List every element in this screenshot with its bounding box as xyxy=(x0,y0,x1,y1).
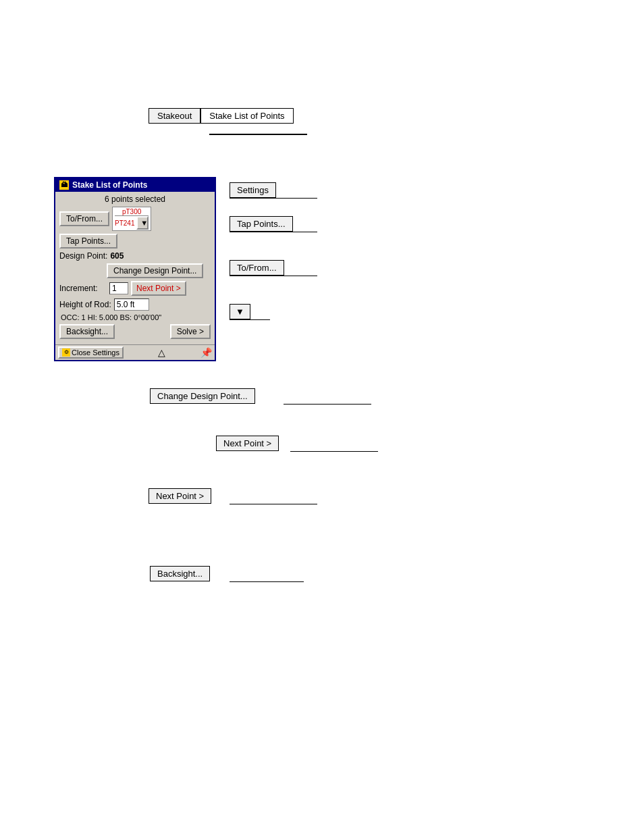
pt-bottom: PT241 ▼ xyxy=(115,215,149,230)
pin-icon: 📌 xyxy=(200,347,212,358)
tap-points-button[interactable]: Tap Points... xyxy=(59,234,117,249)
backsight-annotation-button[interactable]: Backsight... xyxy=(150,566,210,581)
tap-points-underline xyxy=(230,232,317,232)
close-settings-button[interactable]: ⚙ Close Settings xyxy=(58,346,124,359)
settings-underline xyxy=(230,198,317,199)
increment-label: Increment: xyxy=(59,284,107,293)
dialog-bottom: ⚙ Close Settings △ 📌 xyxy=(55,344,215,360)
dialog-footer: Backsight... Solve > xyxy=(59,324,211,339)
settings-annotation-button[interactable]: Settings xyxy=(230,182,276,198)
design-point-row: Design Point: 605 xyxy=(59,251,211,261)
triangle-icon: △ xyxy=(158,347,165,358)
stakeout-tab[interactable]: Stakeout xyxy=(149,108,200,124)
next-point-1-underline xyxy=(290,451,378,452)
change-design-point-annotation-button[interactable]: Change Design Point... xyxy=(150,388,255,404)
stake-list-tab[interactable]: Stake List of Points xyxy=(200,108,293,124)
next-point-2-underline xyxy=(230,504,317,504)
stake-list-dialog: 🏔 Stake List of Points 6 points selected… xyxy=(54,177,216,361)
to-from-annotation-button[interactable]: To/From... xyxy=(230,260,284,276)
height-of-rod-label: Height of Rod: xyxy=(59,300,111,309)
height-of-rod-row: Height of Rod: xyxy=(59,298,211,311)
tap-points-annotation-button[interactable]: Tap Points... xyxy=(230,216,293,232)
pt-display: pT300 PT241 ▼ xyxy=(112,207,151,231)
tab-underline xyxy=(209,134,307,135)
change-design-point-row: Change Design Point... xyxy=(59,263,211,278)
dialog-title: Stake List of Points xyxy=(72,180,147,190)
dropdown-annotation-button[interactable]: ▼ xyxy=(230,304,250,319)
next-point-annotation-button-2[interactable]: Next Point > xyxy=(149,488,211,504)
next-point-button-inline[interactable]: Next Point > xyxy=(131,281,186,296)
to-from-button[interactable]: To/From... xyxy=(59,211,109,226)
dialog-titlebar: 🏔 Stake List of Points xyxy=(55,178,215,192)
backsight-button[interactable]: Backsight... xyxy=(59,324,115,339)
pt-top: pT300 xyxy=(115,208,149,215)
tab-bar: Stakeout Stake List of Points xyxy=(149,108,294,124)
dropdown-underline xyxy=(230,319,270,320)
dialog-icon: 🏔 xyxy=(59,180,69,190)
close-settings-label: Close Settings xyxy=(72,348,119,357)
next-point-annotation-button-1[interactable]: Next Point > xyxy=(216,436,279,451)
tap-points-row: Tap Points... xyxy=(59,234,211,249)
design-point-label: Design Point: xyxy=(59,251,107,261)
close-settings-icon: ⚙ xyxy=(62,348,70,357)
to-from-row: To/From... pT300 PT241 ▼ xyxy=(59,207,211,231)
points-selected-label: 6 points selected xyxy=(59,194,211,204)
backsight-underline xyxy=(230,581,304,582)
change-design-point-button[interactable]: Change Design Point... xyxy=(107,263,203,278)
pt-bottom-text: PT241 xyxy=(115,219,134,227)
occ-line: OCC: 1 HI: 5.000 BS: 0°00'00" xyxy=(59,313,211,321)
dialog-body: 6 points selected To/From... pT300 PT241… xyxy=(55,192,215,344)
pt-dropdown-button[interactable]: ▼ xyxy=(136,216,149,230)
increment-input[interactable] xyxy=(109,282,128,294)
height-of-rod-input[interactable] xyxy=(114,298,149,311)
change-design-point-underline xyxy=(284,404,371,405)
solve-button[interactable]: Solve > xyxy=(170,324,211,339)
design-point-value: 605 xyxy=(110,251,124,261)
to-from-underline xyxy=(230,276,317,276)
increment-row: Increment: Next Point > xyxy=(59,281,211,296)
